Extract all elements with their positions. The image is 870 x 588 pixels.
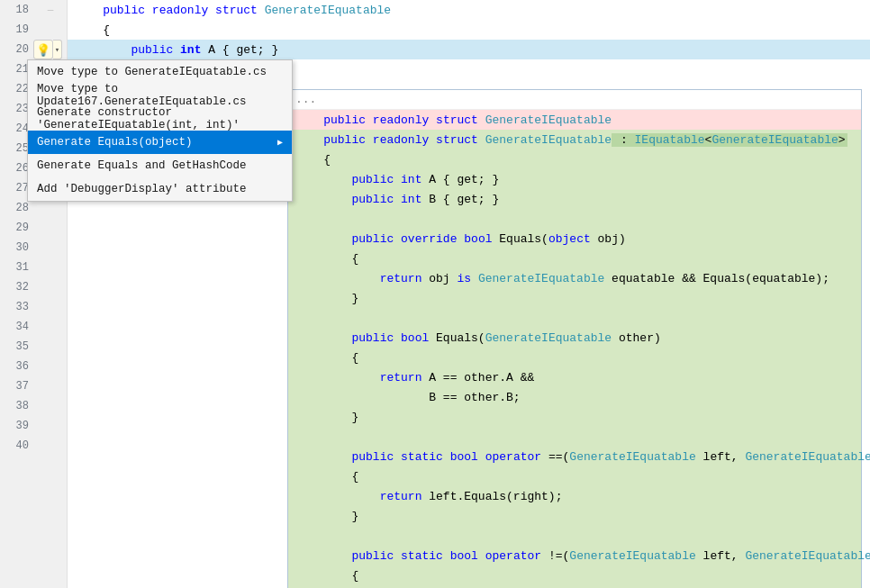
preview-field-a: public int A { get; }: [288, 169, 861, 189]
menu-item-generate-equals[interactable]: Generate Equals(object) ▶: [28, 131, 292, 154]
line-num-36: 36: [0, 360, 34, 373]
menu-item-add-debugger[interactable]: Add 'DebuggerDisplay' attribute: [28, 177, 292, 201]
line-num-35: 35: [0, 340, 34, 353]
lightbulb-dropdown[interactable]: ▾: [53, 40, 62, 59]
line-num-38: 38: [0, 400, 34, 412]
editor-container: 18— 19 20 21 22 23 24 25 26 27 28 29 30 …: [0, 0, 870, 588]
lightbulb-button[interactable]: 💡: [33, 40, 53, 59]
preview-equals-obj-body: return obj is GenerateIEquatable equatab…: [288, 268, 861, 288]
line-num-37: 37: [0, 380, 34, 393]
line-num-20: 20: [0, 43, 34, 56]
line-num-33: 33: [0, 301, 34, 313]
preview-panel: ... public readonly struct GenerateIEqua…: [287, 89, 862, 588]
preview-ellipsis-top: ...: [288, 90, 861, 110]
preview-equals-typed-body1: return A == other.A &&: [288, 367, 861, 387]
line-num-32: 32: [0, 281, 34, 294]
preview-equals-typed-body2: B == other.B;: [288, 387, 861, 407]
line-num-28: 28: [0, 202, 34, 214]
menu-item-move-type-update[interactable]: Move type to Update167.GenerateIEquatabl…: [28, 84, 292, 107]
preview-blank-2: [288, 308, 861, 328]
preview-op-neq-sig: public static bool operator !=( Generate…: [288, 546, 861, 565]
preview-blank-3: [288, 427, 861, 447]
code-line-18: public readonly struct GenerateIEquatabl…: [68, 0, 870, 20]
preview-op-eq-brace-close: }: [288, 506, 861, 526]
preview-equals-typed-brace-open: {: [288, 348, 861, 367]
preview-line-added: public readonly struct GenerateIEquatabl…: [288, 130, 861, 149]
context-menu: Move type to GenerateIEquatable.cs Move …: [27, 59, 293, 202]
menu-item-generate-constructor[interactable]: Generate constructor 'GenerateIEquatable…: [28, 107, 292, 131]
menu-item-move-type[interactable]: Move type to GenerateIEquatable.cs: [28, 60, 292, 84]
preview-blank-1: [288, 209, 861, 229]
preview-op-eq-sig: public static bool operator ==( Generate…: [288, 447, 861, 466]
preview-line-removed: public readonly struct GenerateIEquatabl…: [288, 110, 861, 130]
line-num-19: 19: [0, 23, 34, 36]
code-line-20: public int A { get; }: [68, 40, 870, 59]
preview-op-neq-brace-open: {: [288, 565, 861, 585]
preview-equals-obj-brace-open: {: [288, 249, 861, 268]
preview-equals-typed-brace-close: }: [288, 407, 861, 427]
line-num-39: 39: [0, 420, 34, 432]
preview-blank-4: [288, 526, 861, 546]
preview-brace-line: {: [288, 149, 861, 169]
submenu-arrow-icon: ▶: [277, 137, 283, 148]
lightbulb-container: 💡 ▾: [33, 40, 62, 59]
code-line-19: {: [68, 20, 870, 40]
line-num-34: 34: [0, 321, 34, 333]
line-num-18: 18: [0, 4, 34, 16]
line-num-30: 30: [0, 241, 34, 254]
line-num-31: 31: [0, 261, 34, 274]
line-num-29: 29: [0, 222, 34, 234]
preview-op-eq-body: return left.Equals(right);: [288, 486, 861, 506]
line-num-40: 40: [0, 439, 34, 452]
preview-equals-obj-brace-close: }: [288, 288, 861, 308]
menu-item-generate-equals-hashcode[interactable]: Generate Equals and GetHashCode: [28, 154, 292, 177]
preview-equals-typed-sig: public bool Equals( GenerateIEquatable o…: [288, 328, 861, 348]
preview-equals-obj-sig: public override bool Equals( object obj): [288, 229, 861, 249]
preview-field-b: public int B { get; }: [288, 189, 861, 209]
preview-op-eq-brace-open: {: [288, 466, 861, 486]
